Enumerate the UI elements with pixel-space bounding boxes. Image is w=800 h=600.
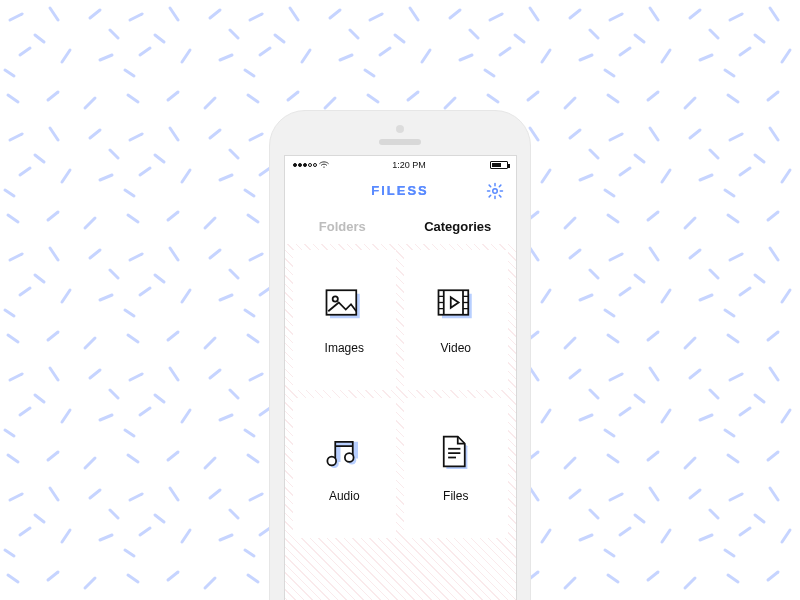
- tab-categories[interactable]: Categories: [400, 219, 516, 234]
- wifi-icon: [319, 161, 329, 169]
- card-label: Files: [443, 489, 468, 503]
- svg-rect-16: [327, 290, 357, 315]
- battery-icon: [490, 161, 508, 169]
- file-icon: [435, 433, 477, 475]
- tabs: Folders Categories: [285, 208, 516, 244]
- app-title: FILESS: [371, 183, 429, 198]
- card-audio[interactable]: Audio: [293, 398, 397, 538]
- card-label: Video: [441, 341, 471, 355]
- image-icon: [323, 285, 365, 327]
- settings-button[interactable]: [484, 180, 506, 202]
- category-grid: Images: [285, 244, 516, 600]
- phone-camera-dot: [396, 125, 404, 133]
- signal-icon: [293, 163, 317, 167]
- gear-icon: [486, 182, 504, 200]
- tab-folders[interactable]: Folders: [285, 219, 401, 234]
- phone-screen: 1:20 PM FILESS Folders Categories: [284, 155, 517, 600]
- card-label: Images: [325, 341, 364, 355]
- card-files[interactable]: Files: [404, 398, 508, 538]
- svg-point-14: [492, 188, 497, 193]
- phone-frame: 1:20 PM FILESS Folders Categories: [269, 110, 531, 600]
- status-time: 1:20 PM: [392, 160, 426, 170]
- card-label: Audio: [329, 489, 360, 503]
- status-left: [293, 161, 329, 169]
- video-icon: [435, 285, 477, 327]
- status-bar: 1:20 PM: [285, 156, 516, 174]
- phone-speaker: [379, 139, 421, 145]
- app-header: FILESS: [285, 174, 516, 208]
- svg-point-32: [345, 453, 354, 462]
- card-images[interactable]: Images: [293, 250, 397, 390]
- phone-bezel-top: [270, 125, 530, 145]
- svg-point-31: [328, 457, 337, 466]
- audio-icon: [323, 433, 365, 475]
- card-video[interactable]: Video: [404, 250, 508, 390]
- svg-point-13: [323, 166, 324, 167]
